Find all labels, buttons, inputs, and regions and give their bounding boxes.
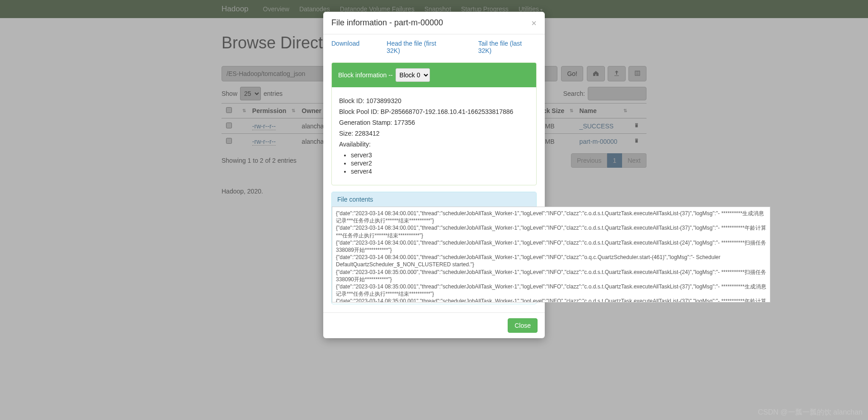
download-link[interactable]: Download [331,40,359,54]
generation-stamp: Generation Stamp: 177356 [339,119,529,126]
avail-server: server4 [351,168,529,175]
block-id: Block ID: 1073899320 [339,97,529,104]
modal-close-x[interactable]: × [531,19,537,28]
availability-list: server3 server2 server4 [339,151,529,175]
modal-title: File information - part-m-00000 [331,18,443,28]
block-select[interactable]: Block 0 [396,68,430,82]
file-contents-panel: File contents [331,192,537,195]
file-info-modal: File information - part-m-00000 × Downlo… [323,12,545,195]
availability-label: Availability: [339,141,529,148]
block-info-panel: Block information -- Block 0 Block ID: 1… [331,62,537,185]
head-link[interactable]: Head the file (first 32K) [387,40,451,54]
block-pool-id: Block Pool ID: BP-285668707-192.168.10.4… [339,108,529,115]
block-size: Size: 2283412 [339,130,529,137]
file-contents-heading: File contents [332,192,536,195]
tail-link[interactable]: Tail the file (last 32K) [478,40,537,54]
avail-server: server3 [351,151,529,159]
block-heading: Block information -- [338,71,393,79]
avail-server: server2 [351,160,529,167]
